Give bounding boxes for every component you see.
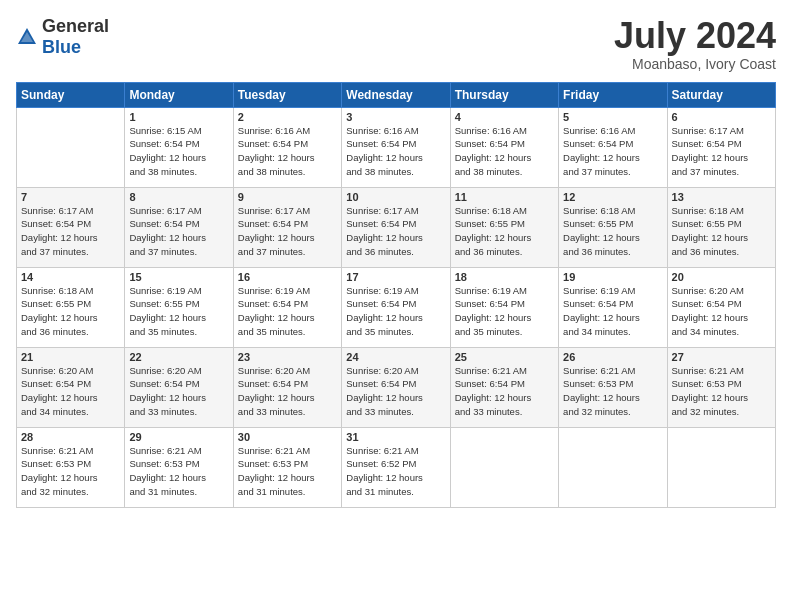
calendar-cell	[450, 427, 558, 507]
weekday-header-tuesday: Tuesday	[233, 82, 341, 107]
calendar-cell: 25Sunrise: 6:21 AMSunset: 6:54 PMDayligh…	[450, 347, 558, 427]
cell-info: Sunrise: 6:17 AMSunset: 6:54 PMDaylight:…	[21, 204, 120, 259]
day-number: 12	[563, 191, 662, 203]
header: General Blue July 2024 Moanbaso, Ivory C…	[16, 16, 776, 72]
day-number: 20	[672, 271, 771, 283]
cell-info: Sunrise: 6:17 AMSunset: 6:54 PMDaylight:…	[346, 204, 445, 259]
day-number: 1	[129, 111, 228, 123]
cell-info: Sunrise: 6:18 AMSunset: 6:55 PMDaylight:…	[21, 284, 120, 339]
day-number: 3	[346, 111, 445, 123]
day-number: 22	[129, 351, 228, 363]
day-number: 5	[563, 111, 662, 123]
cell-info: Sunrise: 6:18 AMSunset: 6:55 PMDaylight:…	[455, 204, 554, 259]
day-number: 18	[455, 271, 554, 283]
calendar-cell: 21Sunrise: 6:20 AMSunset: 6:54 PMDayligh…	[17, 347, 125, 427]
day-number: 28	[21, 431, 120, 443]
cell-info: Sunrise: 6:21 AMSunset: 6:54 PMDaylight:…	[455, 364, 554, 419]
weekday-header-sunday: Sunday	[17, 82, 125, 107]
calendar-cell: 20Sunrise: 6:20 AMSunset: 6:54 PMDayligh…	[667, 267, 775, 347]
calendar-cell: 15Sunrise: 6:19 AMSunset: 6:55 PMDayligh…	[125, 267, 233, 347]
title-section: July 2024 Moanbaso, Ivory Coast	[614, 16, 776, 72]
day-number: 4	[455, 111, 554, 123]
day-number: 21	[21, 351, 120, 363]
weekday-header-thursday: Thursday	[450, 82, 558, 107]
logo-blue: Blue	[42, 37, 81, 57]
day-number: 17	[346, 271, 445, 283]
calendar-cell: 16Sunrise: 6:19 AMSunset: 6:54 PMDayligh…	[233, 267, 341, 347]
weekday-header-monday: Monday	[125, 82, 233, 107]
cell-info: Sunrise: 6:17 AMSunset: 6:54 PMDaylight:…	[238, 204, 337, 259]
calendar-cell: 28Sunrise: 6:21 AMSunset: 6:53 PMDayligh…	[17, 427, 125, 507]
day-number: 2	[238, 111, 337, 123]
day-number: 29	[129, 431, 228, 443]
day-number: 14	[21, 271, 120, 283]
calendar-cell: 4Sunrise: 6:16 AMSunset: 6:54 PMDaylight…	[450, 107, 558, 187]
calendar-cell: 9Sunrise: 6:17 AMSunset: 6:54 PMDaylight…	[233, 187, 341, 267]
day-number: 9	[238, 191, 337, 203]
day-number: 26	[563, 351, 662, 363]
cell-info: Sunrise: 6:20 AMSunset: 6:54 PMDaylight:…	[346, 364, 445, 419]
day-number: 15	[129, 271, 228, 283]
day-number: 6	[672, 111, 771, 123]
calendar-cell: 14Sunrise: 6:18 AMSunset: 6:55 PMDayligh…	[17, 267, 125, 347]
cell-info: Sunrise: 6:16 AMSunset: 6:54 PMDaylight:…	[455, 124, 554, 179]
cell-info: Sunrise: 6:19 AMSunset: 6:54 PMDaylight:…	[563, 284, 662, 339]
calendar-cell: 31Sunrise: 6:21 AMSunset: 6:52 PMDayligh…	[342, 427, 450, 507]
cell-info: Sunrise: 6:20 AMSunset: 6:54 PMDaylight:…	[129, 364, 228, 419]
cell-info: Sunrise: 6:19 AMSunset: 6:54 PMDaylight:…	[455, 284, 554, 339]
cell-info: Sunrise: 6:21 AMSunset: 6:53 PMDaylight:…	[129, 444, 228, 499]
cell-info: Sunrise: 6:21 AMSunset: 6:53 PMDaylight:…	[238, 444, 337, 499]
weekday-header-friday: Friday	[559, 82, 667, 107]
weekday-header-saturday: Saturday	[667, 82, 775, 107]
calendar-cell: 7Sunrise: 6:17 AMSunset: 6:54 PMDaylight…	[17, 187, 125, 267]
day-number: 31	[346, 431, 445, 443]
cell-info: Sunrise: 6:21 AMSunset: 6:53 PMDaylight:…	[563, 364, 662, 419]
calendar-cell: 19Sunrise: 6:19 AMSunset: 6:54 PMDayligh…	[559, 267, 667, 347]
cell-info: Sunrise: 6:21 AMSunset: 6:52 PMDaylight:…	[346, 444, 445, 499]
calendar-cell: 1Sunrise: 6:15 AMSunset: 6:54 PMDaylight…	[125, 107, 233, 187]
calendar-cell: 12Sunrise: 6:18 AMSunset: 6:55 PMDayligh…	[559, 187, 667, 267]
calendar-cell: 3Sunrise: 6:16 AMSunset: 6:54 PMDaylight…	[342, 107, 450, 187]
weekday-header-wednesday: Wednesday	[342, 82, 450, 107]
calendar-cell: 11Sunrise: 6:18 AMSunset: 6:55 PMDayligh…	[450, 187, 558, 267]
logo-general: General	[42, 16, 109, 36]
logo: General Blue	[16, 16, 109, 58]
cell-info: Sunrise: 6:16 AMSunset: 6:54 PMDaylight:…	[563, 124, 662, 179]
cell-info: Sunrise: 6:20 AMSunset: 6:54 PMDaylight:…	[672, 284, 771, 339]
cell-info: Sunrise: 6:21 AMSunset: 6:53 PMDaylight:…	[21, 444, 120, 499]
calendar-cell: 5Sunrise: 6:16 AMSunset: 6:54 PMDaylight…	[559, 107, 667, 187]
day-number: 27	[672, 351, 771, 363]
calendar-cell: 6Sunrise: 6:17 AMSunset: 6:54 PMDaylight…	[667, 107, 775, 187]
cell-info: Sunrise: 6:15 AMSunset: 6:54 PMDaylight:…	[129, 124, 228, 179]
day-number: 7	[21, 191, 120, 203]
day-number: 13	[672, 191, 771, 203]
calendar-cell	[559, 427, 667, 507]
calendar-cell: 23Sunrise: 6:20 AMSunset: 6:54 PMDayligh…	[233, 347, 341, 427]
calendar-cell: 8Sunrise: 6:17 AMSunset: 6:54 PMDaylight…	[125, 187, 233, 267]
day-number: 25	[455, 351, 554, 363]
calendar-cell: 30Sunrise: 6:21 AMSunset: 6:53 PMDayligh…	[233, 427, 341, 507]
day-number: 10	[346, 191, 445, 203]
day-number: 23	[238, 351, 337, 363]
cell-info: Sunrise: 6:19 AMSunset: 6:55 PMDaylight:…	[129, 284, 228, 339]
calendar-cell: 27Sunrise: 6:21 AMSunset: 6:53 PMDayligh…	[667, 347, 775, 427]
day-number: 19	[563, 271, 662, 283]
calendar-cell: 26Sunrise: 6:21 AMSunset: 6:53 PMDayligh…	[559, 347, 667, 427]
cell-info: Sunrise: 6:21 AMSunset: 6:53 PMDaylight:…	[672, 364, 771, 419]
cell-info: Sunrise: 6:16 AMSunset: 6:54 PMDaylight:…	[346, 124, 445, 179]
calendar-cell	[17, 107, 125, 187]
calendar-cell: 2Sunrise: 6:16 AMSunset: 6:54 PMDaylight…	[233, 107, 341, 187]
cell-info: Sunrise: 6:17 AMSunset: 6:54 PMDaylight:…	[129, 204, 228, 259]
calendar-cell: 17Sunrise: 6:19 AMSunset: 6:54 PMDayligh…	[342, 267, 450, 347]
cell-info: Sunrise: 6:18 AMSunset: 6:55 PMDaylight:…	[672, 204, 771, 259]
calendar-cell	[667, 427, 775, 507]
cell-info: Sunrise: 6:20 AMSunset: 6:54 PMDaylight:…	[21, 364, 120, 419]
cell-info: Sunrise: 6:17 AMSunset: 6:54 PMDaylight:…	[672, 124, 771, 179]
cell-info: Sunrise: 6:18 AMSunset: 6:55 PMDaylight:…	[563, 204, 662, 259]
logo-icon	[16, 26, 38, 48]
cell-info: Sunrise: 6:20 AMSunset: 6:54 PMDaylight:…	[238, 364, 337, 419]
location-title: Moanbaso, Ivory Coast	[614, 56, 776, 72]
calendar-cell: 29Sunrise: 6:21 AMSunset: 6:53 PMDayligh…	[125, 427, 233, 507]
cell-info: Sunrise: 6:19 AMSunset: 6:54 PMDaylight:…	[238, 284, 337, 339]
day-number: 30	[238, 431, 337, 443]
